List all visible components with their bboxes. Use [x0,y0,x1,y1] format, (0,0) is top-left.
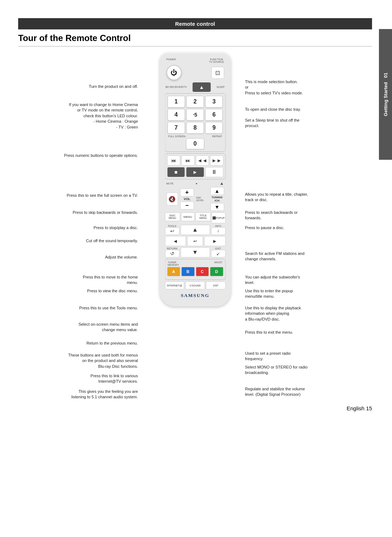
numpad-section: 1 2 3 4 ·5 6 7 8 9 FULL SCREEN REP [165,93,225,152]
btn-play[interactable]: ► [186,167,204,177]
remote-control: POWER FUNCTIONTV SOURCE ⏻ ⊡ BD RECEIVER/… [160,53,230,306]
btn-9[interactable]: 9 [205,122,223,134]
btn-4[interactable]: 4 [167,109,185,121]
info-button[interactable]: i [211,227,225,235]
up-button[interactable]: ▲ [180,225,210,235]
ann-r5: Press to search backwards orforwards. [245,210,298,221]
bd-receiver-label: BD RECEIVER/TV [166,86,187,88]
samsung-logo: SAMSUNG [165,292,225,298]
tuning-up-indicator: ▲ [220,181,224,186]
ann-r9: Use this to enter the popupmenu/title me… [245,288,293,300]
info-label-text: INFO [215,225,221,227]
btn-8[interactable]: 8 [186,122,204,134]
ann-r6: Press to pause a disc. [245,225,284,231]
ann-r3: Set a Sleep time to shut off theprocuct. [245,118,299,129]
fullscreen-label: FULL SCREEN [168,135,185,138]
btn-1[interactable]: 1 [167,96,185,107]
btn-a[interactable]: A [167,267,180,276]
function-button[interactable]: ⊡ [211,67,224,79]
transport-row1: ⏮ ⏭ ◄◄ ►► [167,155,223,166]
content-area: Remote control Tour of the Remote Contro… [0,0,392,433]
page: 01 Getting Started Remote control Tour o… [0,0,392,537]
btn-7[interactable]: 7 [167,122,185,134]
dsp-button[interactable]: DSP [206,281,225,289]
btn-pause[interactable]: ⏸ [205,167,223,177]
btn-rew[interactable]: ◄◄ [196,155,209,166]
title-menu-button[interactable]: TITLE MENU [196,212,211,221]
tuning-up-button[interactable]: ▲ [210,187,224,195]
ann-r7: Search for active FM stations andchange … [245,251,305,262]
ann-l8: Adjust the volume. [105,255,138,260]
btn-next[interactable]: ⏭ [181,155,195,166]
vol-minus-button[interactable]: − [180,202,194,209]
btn-prev[interactable]: ⏮ [167,155,180,166]
tuning-down-button[interactable]: ▼ [210,203,224,211]
section-header: Remote control [18,18,372,29]
btn-0[interactable]: 0 [186,138,204,149]
ann-l5: Press to skip backwards or forwards. [73,210,138,215]
ann-r12: Used to set a preset radiofrequency. [245,351,291,362]
power-button[interactable]: ⏻ [166,65,181,80]
side-tab: 01 Getting Started [379,29,392,160]
transport-section: ⏮ ⏭ ◄◄ ►► ■ ► ⏸ [165,153,225,179]
right-button[interactable]: ► [204,236,226,246]
tools-button[interactable]: ↩ [165,227,179,235]
menu-button[interactable]: MENU [181,212,195,221]
side-tab-text: Getting Started [383,82,388,116]
ann-l7: Cut off the sound temporarily. [86,238,138,244]
transport-row2: ■ ► ⏸ [167,167,223,177]
ann-r11: Press this to exit the menu. [245,330,293,335]
left-button[interactable]: ◄ [165,236,186,246]
ann-l9: Press this to move to the homemenu. [83,274,138,286]
mute-label: MUTE [166,182,173,185]
btn-c[interactable]: C [196,267,209,276]
numpad-grid: 1 2 3 4 ·5 6 7 8 9 [167,96,223,134]
abcd-grid: A B C D [167,267,223,276]
repeat-label: REPEAT [212,135,222,138]
mute-button[interactable]: 🔇 [166,192,178,206]
btn-stop[interactable]: ■ [167,167,185,177]
btn-d[interactable]: D [210,267,224,276]
exit-button[interactable]: ↙ [211,250,225,257]
page-footer: English 15 [18,405,372,411]
power-label: POWER [166,58,176,61]
disc-menu-button[interactable]: DISC MENU [165,212,180,221]
dot-indicator: ● [196,182,197,185]
tools-label-text: TOOLS [168,225,176,227]
ann-l10: Press to view the disc menu. [87,288,138,294]
sleep-label: SLEEP [216,86,225,88]
ann-r2: To open and close the disc tray. [245,107,301,112]
btn-6[interactable]: 6 [205,109,223,121]
return-button[interactable]: ↺ [165,250,179,257]
btn-zero-row: 0 [167,138,223,149]
btn-b[interactable]: B [181,267,195,276]
btn-ffw[interactable]: ►► [210,155,224,166]
ann-l4: Press this to see the full screen on a T… [67,193,138,198]
btn-2[interactable]: 2 [186,96,204,107]
eject-button[interactable]: ▲ [192,82,211,92]
internet-button[interactable]: INTERNET@ [165,281,184,289]
down-button[interactable]: ▼ [180,247,210,257]
ann-l13: Return to the previous menu. [86,341,138,346]
ann-r13: Select MONO or STEREO for radiobroadcast… [245,365,307,376]
ann-l6: Press to stop/play a disc. [94,225,138,231]
ann-r1: This is mode selection button.orPress to… [245,79,303,96]
tuning-label: TUNING/CH [212,196,223,202]
ann-l14: These buttons are used both for menuson … [68,353,138,369]
ann-r4: Allows you to repeat a title, chapter,tr… [245,192,308,203]
nav-section: TOOLS ↩ ▲ INFO i ◄ ↩ [165,225,225,257]
return-label-text: RETURN [167,247,177,250]
popup-button[interactable]: ⬛POPUP [212,212,225,223]
ann-r8: You can adjust the subwoofer'slevel. [245,274,300,286]
internet-row: INTERNET@ V.SOUND DSP [165,281,225,289]
btn-5[interactable]: ·5 [186,109,204,121]
vsound-button[interactable]: V.SOUND [185,281,205,289]
ann-l2: If you want to change to Home Cinemaor T… [69,102,138,130]
vol-label: VOL [184,197,191,201]
btn-3[interactable]: 3 [205,96,223,107]
ok-button[interactable]: ↩ [187,236,203,246]
ann-l1: Turn the product on and off. [89,84,138,89]
vol-plus-button[interactable]: + [180,188,194,196]
side-tab-number: 01 [383,73,388,78]
tuner-memory-label: TUNERMEMORY [168,261,179,266]
